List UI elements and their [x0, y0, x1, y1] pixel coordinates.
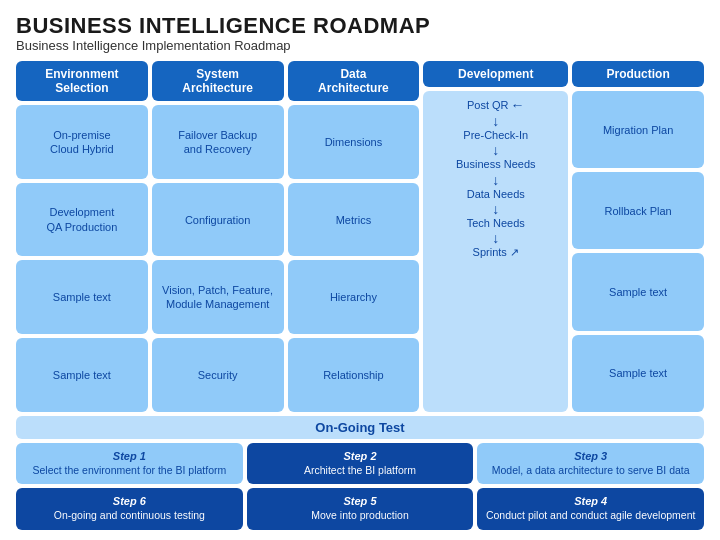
- prod-item-4: Sample text: [572, 335, 704, 412]
- steps-area: Step 1 Select the environment for the BI…: [16, 443, 704, 530]
- env-item-2: DevelopmentQA Production: [16, 183, 148, 257]
- sub-title: Business Intelligence Implementation Roa…: [16, 38, 704, 53]
- dev-item-pre-checkin: Pre-Check-In: [463, 129, 528, 142]
- step-5-desc: Move into production: [255, 509, 466, 523]
- col-production: Production Migration Plan Rollback Plan …: [572, 61, 704, 412]
- dev-arrow-left-icon: ←: [511, 97, 525, 113]
- dev-item-sprints: Sprints ↗: [473, 246, 519, 259]
- step-4-box: Step 4 Conduct pilot and conduct agile d…: [477, 488, 704, 530]
- step-4-label: Step 4: [485, 495, 696, 507]
- step-3-label: Step 3: [485, 450, 696, 462]
- sys-item-2: Configuration: [152, 183, 284, 257]
- step-5-label: Step 5: [255, 495, 466, 507]
- dev-item-business-needs: Business Needs: [456, 158, 536, 171]
- prod-item-2: Rollback Plan: [572, 172, 704, 249]
- step-1-desc: Select the environment for the BI platfo…: [24, 464, 235, 478]
- step-col-3: Step 3 Model, a data architecture to ser…: [477, 443, 704, 530]
- col-development: Development Post QR ← ↓ Pre-Check-In ↓ B…: [423, 61, 568, 412]
- step-col-2: Step 2 Architect the BI platform Step 5 …: [247, 443, 474, 530]
- step-2-box: Step 2 Architect the BI platform: [247, 443, 474, 485]
- env-item-1: On-premiseCloud Hybrid: [16, 105, 148, 179]
- dev-post-qr-row: Post QR ←: [467, 97, 525, 113]
- step-3-box: Step 3 Model, a data architecture to ser…: [477, 443, 704, 485]
- step-1-box: Step 1 Select the environment for the BI…: [16, 443, 243, 485]
- page: BUSINESS INTELLIGENCE ROADMAP Business I…: [0, 0, 720, 540]
- main-title: BUSINESS INTELLIGENCE ROADMAP: [16, 14, 704, 38]
- col-system-architecture: SystemArchitecture Failover Backupand Re…: [152, 61, 284, 412]
- step-5-box: Step 5 Move into production: [247, 488, 474, 530]
- col-header-data-architecture: DataArchitecture: [288, 61, 420, 101]
- main-grid: EnvironmentSelection On-premiseCloud Hyb…: [16, 61, 704, 412]
- step-2-desc: Architect the BI platform: [255, 464, 466, 478]
- data-item-3: Hierarchy: [288, 260, 420, 334]
- prod-item-3: Sample text: [572, 253, 704, 330]
- step-2-label: Step 2: [255, 450, 466, 462]
- env-item-4: Sample text: [16, 338, 148, 412]
- sys-item-4: Security: [152, 338, 284, 412]
- col-header-development: Development: [423, 61, 568, 87]
- step-6-label: Step 6: [24, 495, 235, 507]
- prod-item-1: Migration Plan: [572, 91, 704, 168]
- dev-item-data-needs: Data Needs: [467, 188, 525, 201]
- dev-item-tech-needs: Tech Needs: [467, 217, 525, 230]
- dev-arrow-5-icon: ↓: [492, 231, 499, 245]
- data-item-2: Metrics: [288, 183, 420, 257]
- sys-item-3: Vision, Patch, Feature,Module Management: [152, 260, 284, 334]
- data-item-1: Dimensions: [288, 105, 420, 179]
- col-environment: EnvironmentSelection On-premiseCloud Hyb…: [16, 61, 148, 412]
- step-1-label: Step 1: [24, 450, 235, 462]
- step-6-desc: On-going and continuous testing: [24, 509, 235, 523]
- dev-items: Post QR ← ↓ Pre-Check-In ↓ Business Need…: [423, 91, 568, 412]
- col-header-system-architecture: SystemArchitecture: [152, 61, 284, 101]
- dev-arrow-2-icon: ↓: [492, 143, 499, 157]
- col-header-production: Production: [572, 61, 704, 87]
- step-6-box: Step 6 On-going and continuous testing: [16, 488, 243, 530]
- ongoing-test-bar: On-Going Test: [16, 416, 704, 439]
- step-3-desc: Model, a data architecture to serve BI d…: [485, 464, 696, 478]
- dev-arrow-4-icon: ↓: [492, 202, 499, 216]
- step-col-1: Step 1 Select the environment for the BI…: [16, 443, 243, 530]
- env-item-3: Sample text: [16, 260, 148, 334]
- col-data-architecture: DataArchitecture Dimensions Metrics Hier…: [288, 61, 420, 412]
- data-item-4: Relationship: [288, 338, 420, 412]
- dev-arrow-1-icon: ↓: [492, 114, 499, 128]
- sys-item-1: Failover Backupand Recovery: [152, 105, 284, 179]
- col-header-environment: EnvironmentSelection: [16, 61, 148, 101]
- dev-item-post-qr: Post QR: [467, 99, 509, 112]
- step-4-desc: Conduct pilot and conduct agile developm…: [485, 509, 696, 523]
- dev-arrow-3-icon: ↓: [492, 173, 499, 187]
